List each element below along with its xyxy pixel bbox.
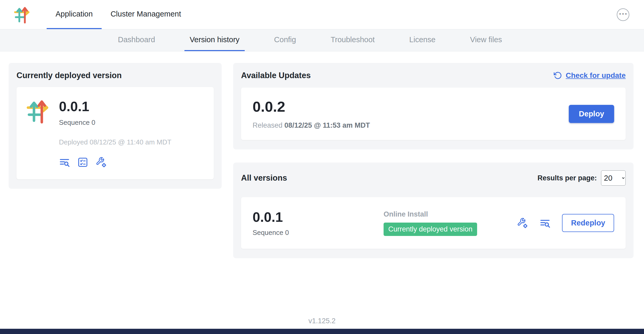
checklist-icon[interactable]	[77, 157, 88, 168]
available-updates-card: Available Updates Check for update 0.0.2…	[233, 63, 634, 149]
update-version-number: 0.0.2	[253, 98, 370, 115]
subnav-config-label: Config	[274, 35, 296, 44]
version-row-status: Online Install Currently deployed versio…	[384, 210, 477, 236]
current-version-actions	[59, 157, 171, 168]
subnav-item-config[interactable]: Config	[269, 29, 301, 51]
currently-deployed-badge: Currently deployed version	[384, 223, 477, 236]
app-logo-icon	[0, 0, 31, 29]
refresh-icon	[554, 71, 562, 80]
currently-deployed-card: Currently deployed version 0.0.1 Sequenc…	[9, 63, 222, 189]
app-logo-icon	[26, 99, 51, 168]
subnav-troubleshoot-label: Troubleshoot	[331, 35, 375, 44]
app-subnav: Dashboard Version history Config Trouble…	[0, 29, 644, 51]
update-released-timestamp: Released 08/12/25 @ 11:53 am MDT	[253, 121, 370, 130]
row-version-number: 0.0.1	[253, 209, 384, 225]
top-nav: Application Cluster Management ⋯	[0, 0, 644, 29]
all-versions-title: All versions	[241, 173, 287, 183]
install-type-label: Online Install	[384, 210, 477, 218]
version-row-actions: Redeploy	[517, 214, 614, 232]
all-versions-card: All versions Results per page: 20 0.0.1 …	[233, 163, 634, 258]
subnav-version-history-label: Version history	[190, 35, 239, 44]
main-content: Currently deployed version 0.0.1 Sequenc…	[0, 51, 644, 258]
results-per-page-label: Results per page:	[537, 174, 597, 182]
top-tabs: Application Cluster Management	[47, 0, 190, 29]
subnav-item-license[interactable]: License	[404, 29, 441, 51]
available-updates-title: Available Updates	[241, 71, 311, 80]
subnav-dashboard-label: Dashboard	[118, 35, 155, 44]
subnav-item-version-history[interactable]: Version history	[184, 29, 245, 51]
text-search-icon[interactable]	[59, 157, 70, 168]
update-info: 0.0.2 Released 08/12/25 @ 11:53 am MDT	[253, 98, 370, 130]
wrench-gear-icon[interactable]	[96, 157, 107, 168]
tab-application[interactable]: Application	[47, 0, 102, 29]
version-row: 0.0.1 Sequence 0 Online Install Currentl…	[241, 197, 626, 249]
wrench-gear-icon[interactable]	[517, 218, 528, 229]
subnav-license-label: License	[409, 35, 435, 44]
results-per-page-select[interactable]: 20	[601, 170, 626, 186]
current-version-number: 0.0.1	[59, 99, 171, 114]
text-search-icon[interactable]	[539, 218, 550, 229]
deploy-button[interactable]: Deploy	[569, 105, 614, 123]
subnav-view-files-label: View files	[470, 35, 502, 44]
tab-cluster-management[interactable]: Cluster Management	[102, 0, 190, 29]
current-version-deployed-timestamp: Deployed 08/12/25 @ 11:40 am MDT	[59, 138, 171, 146]
right-column: Available Updates Check for update 0.0.2…	[233, 63, 634, 258]
released-date: 08/12/25 @ 11:53 am MDT	[285, 121, 370, 129]
all-versions-header: All versions Results per page: 20	[241, 170, 626, 186]
subnav-item-dashboard[interactable]: Dashboard	[113, 29, 160, 51]
subnav-item-view-files[interactable]: View files	[465, 29, 507, 51]
current-version-info: 0.0.1 Sequence 0 Deployed 08/12/25 @ 11:…	[59, 99, 171, 168]
check-for-update-label: Check for update	[566, 71, 626, 80]
currently-deployed-title: Currently deployed version	[17, 71, 214, 80]
tab-application-label: Application	[56, 10, 93, 18]
currently-deployed-version-panel: 0.0.1 Sequence 0 Deployed 08/12/25 @ 11:…	[17, 87, 214, 179]
version-row-info: 0.0.1 Sequence 0	[253, 209, 384, 237]
available-update-row: 0.0.2 Released 08/12/25 @ 11:53 am MDT D…	[241, 88, 626, 140]
ellipsis-icon: ⋯	[619, 9, 627, 18]
more-menu-button[interactable]: ⋯	[617, 8, 629, 21]
tab-cluster-management-label: Cluster Management	[111, 10, 181, 18]
available-updates-header: Available Updates Check for update	[241, 71, 626, 80]
released-prefix: Released	[253, 121, 282, 129]
console-version: v1.125.2	[0, 317, 644, 325]
row-version-sequence: Sequence 0	[253, 229, 384, 237]
current-version-sequence: Sequence 0	[59, 118, 171, 127]
subnav-item-troubleshoot[interactable]: Troubleshoot	[325, 29, 380, 51]
results-per-page: Results per page: 20	[537, 170, 626, 186]
redeploy-button[interactable]: Redeploy	[562, 214, 614, 232]
check-for-update-link[interactable]: Check for update	[554, 71, 626, 80]
bottom-bar	[0, 329, 644, 334]
